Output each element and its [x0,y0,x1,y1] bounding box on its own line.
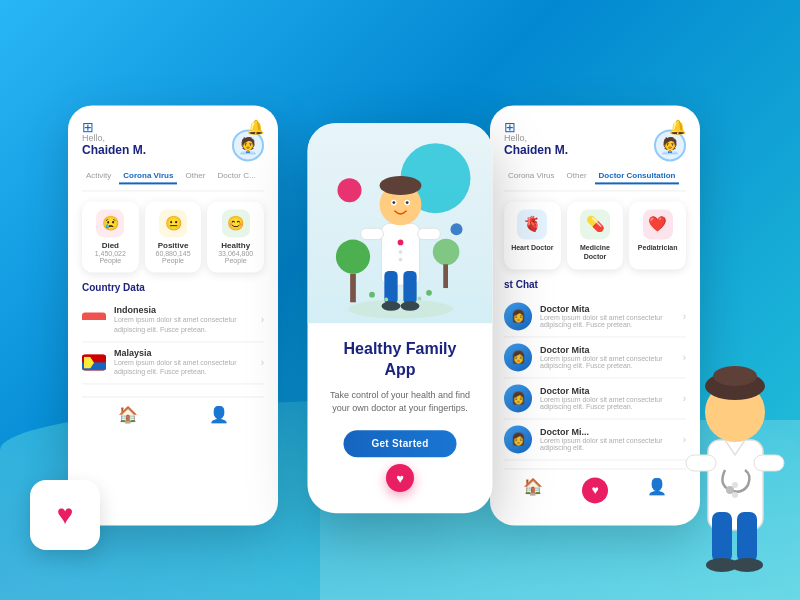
tab-corona[interactable]: Corona Virus [119,169,177,184]
center-phone-heading: Healthy Family App [344,339,457,381]
chat-avatar-1: 👩 [504,303,532,331]
doctor-right-figure [680,340,790,580]
chat-item-4[interactable]: 👩 Doctor Mi... Lorem ipsum dolor sit ame… [504,420,686,461]
svg-point-11 [405,201,408,204]
tab-activity[interactable]: Activity [82,169,115,184]
svg-point-23 [384,298,388,302]
healthy-count: 33,064,800 People [213,250,258,264]
stat-positive: 😐 Positive 60,880,145 People [145,201,202,272]
country-indonesia: Indonesia Lorem ipsum dolor sit amet con… [82,299,264,342]
died-icon: 😢 [96,209,124,237]
died-label: Died [88,241,133,250]
chat-info-3: Doctor Mita Lorem ipsum dolor sit amet c… [540,387,675,411]
chat-name-4: Doctor Mi... [540,428,675,438]
stat-cards: 😢 Died 1,450,022 People 😐 Positive 60,88… [82,201,264,272]
positive-count: 60,880,145 People [151,250,196,264]
chat-msg-4: Lorem ipsum dolor sit amet consectetur a… [540,438,675,452]
get-started-button[interactable]: Get Started [343,430,456,457]
svg-point-7 [379,176,421,195]
right-tab-corona[interactable]: Corona Virus [504,169,559,184]
chat-avatar-2: 👩 [504,344,532,372]
svg-point-37 [732,492,738,498]
svg-rect-27 [737,512,757,562]
chat-msg-2: Lorem ipsum dolor sit amet consectetur a… [540,356,675,370]
svg-rect-13 [417,228,440,239]
svg-point-17 [335,240,369,274]
medicine-doctor-card: 💊 Medicine Doctor [567,201,624,269]
died-count: 1,450,022 People [88,250,133,264]
home-nav-icon[interactable]: 🏠 [118,406,138,425]
svg-point-36 [732,482,738,488]
indonesia-flag [82,312,106,328]
malaysia-desc: Lorem ipsum dolor sit amet consectetur a… [114,358,253,378]
heart-doctor-icon: 🫀 [517,209,547,239]
svg-point-24 [417,297,421,301]
doctor-illustration [330,133,470,323]
malaysia-info: Malaysia Lorem ipsum dolor sit amet cons… [114,348,253,378]
svg-rect-3 [403,271,416,304]
malaysia-arrow: › [261,357,264,368]
heart-doctor-card: 🫀 Heart Doctor [504,201,561,269]
svg-rect-34 [686,455,716,471]
healthy-label: Healthy [213,241,258,250]
svg-point-19 [432,239,459,266]
healthy-icon: 😊 [222,209,250,237]
svg-point-29 [731,558,763,572]
positive-icon: 😐 [159,209,187,237]
medicine-doctor-name: Medicine Doctor [571,243,620,261]
heart-fab-right[interactable]: ♥ [582,478,608,504]
svg-point-33 [726,486,734,494]
svg-point-5 [400,301,419,311]
svg-point-21 [369,292,375,298]
svg-rect-12 [360,228,383,239]
doctor-cards: 🫀 Heart Doctor 💊 Medicine Doctor ❤️ Pedi… [504,201,686,269]
svg-rect-20 [443,264,448,288]
indonesia-info: Indonesia Lorem ipsum dolor sit amet con… [114,305,253,335]
phone-right: ⊞ 🔔 Hello, Chaiden M. 🧑‍💼 Corona Virus O… [490,105,700,525]
chat-name-3: Doctor Mita [540,387,675,397]
chat-name-1: Doctor Mita [540,305,675,315]
right-tab-other[interactable]: Other [563,169,591,184]
center-phone-tagline: Take control of your health and find you… [326,389,475,416]
chat-arrow-1: › [683,311,686,322]
chat-item-2[interactable]: 👩 Doctor Mita Lorem ipsum dolor sit amet… [504,338,686,379]
chat-info-4: Doctor Mi... Lorem ipsum dolor sit amet … [540,428,675,452]
medicine-doctor-icon: 💊 [580,209,610,239]
phone-center: Healthy Family App Take control of your … [308,123,493,513]
tab-doctor[interactable]: Doctor C... [213,169,259,184]
svg-point-10 [392,201,395,204]
fav-card: ♥ [30,480,100,550]
center-phone-illustration [308,123,493,323]
person-nav-icon[interactable]: 👤 [209,406,229,425]
left-bottom-nav: 🏠 👤 [82,397,264,433]
svg-rect-18 [350,274,356,303]
right-person-icon[interactable]: 👤 [647,478,667,504]
svg-point-22 [426,290,432,296]
right-bottom-nav: 🏠 ♥ 👤 [504,469,686,504]
screens-container: ⊞ 🔔 Hello, Chaiden M. 🧑‍💼 Activity Coron… [50,50,750,570]
svg-point-32 [713,366,757,386]
tab-other[interactable]: Other [181,169,209,184]
malaysia-flag [82,355,106,371]
indonesia-arrow: › [261,315,264,326]
heart-doctor-name: Heart Doctor [508,243,557,252]
chat-item-1[interactable]: 👩 Doctor Mita Lorem ipsum dolor sit amet… [504,297,686,338]
chat-item-3[interactable]: 👩 Doctor Mita Lorem ipsum dolor sit amet… [504,379,686,420]
svg-rect-35 [754,455,784,471]
chat-avatar-4: 👩 [504,426,532,454]
right-home-icon[interactable]: 🏠 [523,478,543,504]
fav-heart-icon: ♥ [57,499,74,531]
heart-fab-center[interactable]: ♥ [386,464,414,492]
chat-msg-3: Lorem ipsum dolor sit amet consectetur a… [540,397,675,411]
bell-icon: 🔔 [247,119,264,135]
indonesia-desc: Lorem ipsum dolor sit amet consectetur a… [114,315,253,335]
chat-info-1: Doctor Mita Lorem ipsum dolor sit amet c… [540,305,675,329]
country-malaysia: Malaysia Lorem ipsum dolor sit amet cons… [82,342,264,385]
right-tab-doctor[interactable]: Doctor Consultation [595,169,680,184]
svg-point-4 [381,301,400,311]
phone-left: ⊞ 🔔 Hello, Chaiden M. 🧑‍💼 Activity Coron… [68,105,278,525]
pediatrician-card: ❤️ Pediatrician [629,201,686,269]
svg-point-16 [398,258,402,262]
country-section-title: Country Data [82,282,264,293]
chat-section-title: st Chat [504,280,686,291]
